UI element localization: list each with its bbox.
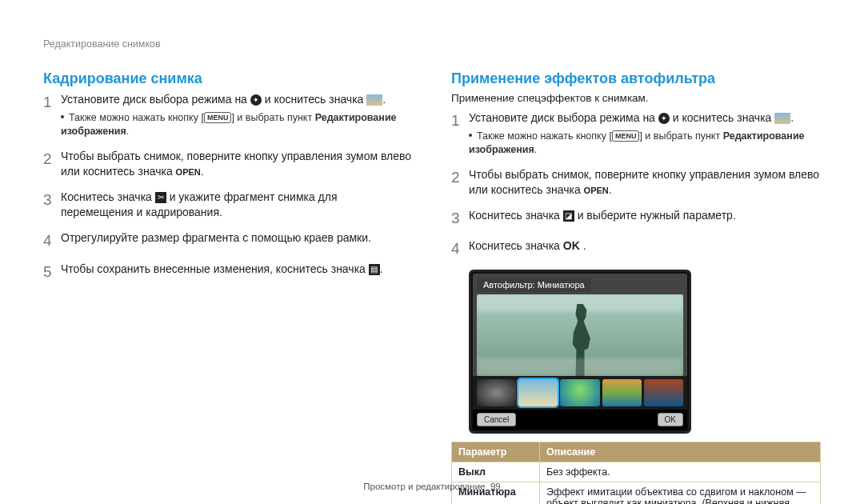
step-end: .: [201, 165, 204, 178]
step-frag: и коснитесь значка: [673, 111, 772, 124]
step-text: Чтобы сохранить внесенные изменения, кос…: [61, 262, 413, 283]
preview-subject: [562, 304, 598, 376]
step-number: 3: [451, 208, 469, 230]
step-number: 4: [43, 230, 61, 252]
step-text: Чтобы выбрать снимок, поверните кнопку у…: [61, 149, 413, 180]
step-end: .: [580, 239, 586, 252]
page-footer: Просмотр и редактирование 99: [0, 482, 864, 491]
step-frag: Чтобы выбрать снимок, поверните кнопку у…: [61, 150, 411, 178]
step-text: Установите диск выбора режима на ✦ и кос…: [61, 92, 413, 139]
step-end: .: [790, 111, 794, 124]
step-text: Чтобы выбрать снимок, поверните кнопку у…: [469, 167, 821, 198]
menu-button-icon: MENU: [204, 112, 232, 123]
step-number: 3: [43, 190, 61, 221]
preview-image: [477, 294, 683, 376]
page-number: 99: [490, 482, 501, 491]
sub-frag: ] и выбрать пункт: [231, 112, 314, 123]
step-text: Коснитесь значка ◪ и выберите нужный пар…: [469, 208, 821, 230]
filter-thumb[interactable]: [560, 379, 599, 406]
open-label: OPEN: [584, 186, 609, 195]
filter-name-label: Автофильтр: Миниатюра: [477, 278, 591, 292]
ok-button[interactable]: OK: [658, 413, 683, 426]
save-icon: ▤: [369, 264, 380, 275]
step-number: 4: [451, 238, 469, 260]
step-frag: и коснитесь значка: [265, 93, 364, 106]
section-intro: Применение спецэффектов к снимкам.: [451, 92, 821, 104]
crop-icon: ✂: [155, 192, 166, 203]
step-end: .: [382, 93, 386, 106]
open-label: OPEN: [176, 167, 201, 177]
edit-image-icon: [774, 113, 790, 124]
section-title-autofilter: Применение эффектов автофильтра: [451, 70, 821, 87]
step-number: 5: [43, 262, 61, 283]
step-frag: Чтобы выбрать снимок, поверните кнопку у…: [469, 168, 819, 197]
filter-thumb[interactable]: [602, 379, 642, 406]
bullet-icon: [61, 115, 64, 118]
step-text: Коснитесь значка OK .: [469, 238, 821, 260]
filter-thumbnails: [473, 376, 687, 410]
filter-thumb[interactable]: [644, 379, 683, 406]
sub-end: .: [126, 126, 129, 137]
camera-screen: Автофильтр: Миниатюра Cancel OK: [469, 270, 691, 434]
step-frag: Чтобы сохранить внесенные изменения, кос…: [61, 262, 369, 275]
step-number: 1: [451, 110, 469, 158]
step-frag: Коснитесь значка: [469, 209, 563, 222]
footer-label: Просмотр и редактирование: [363, 482, 485, 491]
menu-button-icon: MENU: [612, 130, 640, 142]
step-text: Установите диск выбора режима на ✦ и кос…: [469, 110, 821, 158]
param-name: Выкл: [452, 462, 540, 482]
cancel-button[interactable]: Cancel: [477, 413, 516, 426]
section-title-crop: Кадрирование снимка: [43, 70, 413, 87]
step-sub: Также можно нажать кнопку [MENU] и выбра…: [469, 130, 821, 158]
filter-thumb[interactable]: [477, 379, 516, 406]
right-column: Применение эффектов автофильтра Применен…: [451, 70, 821, 504]
mode-dial-icon: ✦: [658, 113, 670, 124]
step-end: .: [380, 262, 383, 275]
sub-frag: ] и выбрать пункт: [639, 130, 722, 142]
step-frag: и выберите нужный параметр.: [574, 209, 736, 222]
step-frag: Коснитесь значка: [61, 190, 155, 203]
left-column: Кадрирование снимка 1 Установите диск вы…: [43, 70, 413, 504]
step-frag: Коснитесь значка: [469, 239, 563, 252]
step-number: 2: [451, 167, 469, 198]
step-text: Отрегулируйте размер фрагмента с помощью…: [61, 230, 413, 252]
bullet-icon: [469, 134, 472, 137]
filter-icon: ◪: [563, 210, 574, 222]
table-header-desc: Описание: [540, 442, 821, 462]
step-frag: Установите диск выбора режима на: [61, 93, 247, 106]
table-header-param: Параметр: [452, 442, 540, 462]
step-end: .: [609, 183, 612, 196]
step-text: Коснитесь значка ✂ и укажите фрагмент сн…: [61, 190, 413, 221]
step-frag: Установите диск выбора режима на: [469, 111, 655, 124]
mode-dial-icon: ✦: [250, 94, 262, 106]
breadcrumb: Редактирование снимков: [43, 38, 821, 50]
param-desc: Без эффекта.: [540, 462, 821, 482]
step-sub: Также можно нажать кнопку [MENU] и выбра…: [61, 111, 413, 139]
table-row: Выкл Без эффекта.: [452, 462, 821, 482]
sub-frag: Также можно нажать кнопку [: [477, 130, 612, 142]
step-number: 1: [43, 92, 61, 139]
sub-frag: Также можно нажать кнопку [: [69, 112, 204, 123]
filter-thumb-selected[interactable]: [518, 379, 558, 406]
sub-end: .: [534, 144, 537, 155]
ok-label: OK: [563, 239, 580, 252]
filter-options-table: Параметр Описание Выкл Без эффекта. Мини…: [451, 442, 821, 504]
step-number: 2: [43, 149, 61, 180]
edit-image-icon: [366, 94, 382, 106]
